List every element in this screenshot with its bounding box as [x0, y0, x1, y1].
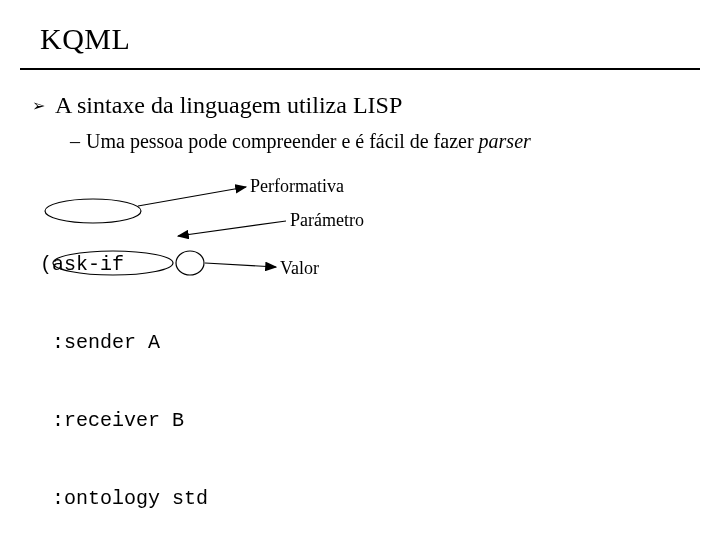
sub-bullet-item: – Uma pessoa pode compreender e é fácil … — [70, 130, 531, 153]
code-line-4: :ontology std — [40, 486, 424, 512]
sub-bullet-italic: parser — [479, 130, 531, 152]
code-line-3: :receiver B — [40, 408, 424, 434]
sub-bullet-text: Uma pessoa pode compreender e é fácil de… — [86, 130, 531, 153]
code-line-1: (ask-if — [40, 252, 424, 278]
title-underline — [20, 68, 700, 70]
bullet-text: A sintaxe da linguagem utiliza LISP — [55, 92, 402, 119]
code-line-2: :sender A — [40, 330, 424, 356]
bullet-glyph-icon: ➢ — [32, 92, 45, 120]
slide: KQML ➢ A sintaxe da linguagem utiliza LI… — [0, 0, 720, 540]
annotation-performativa: Performativa — [250, 176, 344, 197]
code-block: (ask-if :sender A :receiver B :ontology … — [40, 200, 424, 540]
dash-icon: – — [70, 130, 80, 153]
sub-bullet-plain: Uma pessoa pode compreender e é fácil de… — [86, 130, 479, 152]
bullet-item: ➢ A sintaxe da linguagem utiliza LISP — [32, 92, 402, 120]
page-title: KQML — [40, 22, 130, 56]
